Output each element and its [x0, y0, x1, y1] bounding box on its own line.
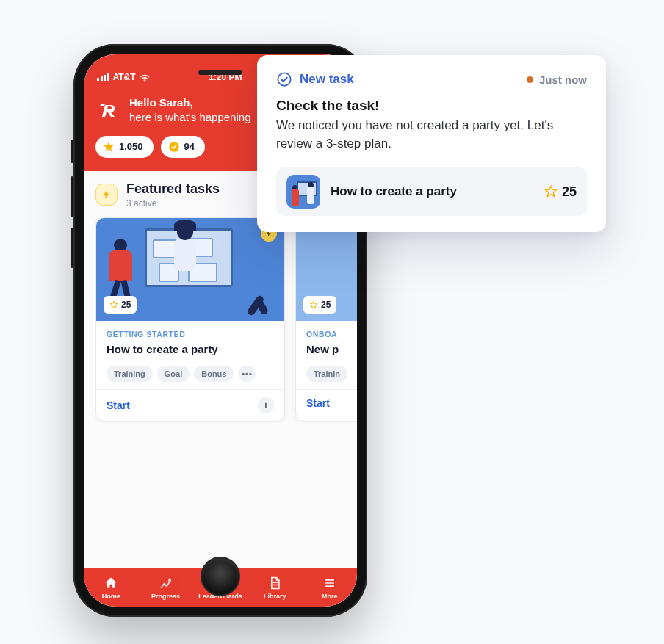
notification-item[interactable]: How to create a party 25 — [276, 167, 587, 216]
greeting-subline: here is what's happening — [129, 111, 250, 123]
notification-item-title: How to create a party — [331, 184, 534, 199]
card-eyebrow: GETTING STARTED — [107, 330, 274, 339]
check-circle-icon — [276, 71, 292, 87]
card-title: New p — [306, 343, 357, 355]
phone-speaker — [198, 70, 242, 75]
start-button[interactable]: Start — [107, 399, 130, 411]
tab-home[interactable]: Home — [84, 576, 138, 600]
star-icon — [309, 300, 318, 309]
stars-value: 1,050 — [119, 141, 143, 152]
card-eyebrow: ONBOA — [306, 330, 357, 339]
side-button — [71, 140, 73, 163]
document-icon — [267, 576, 282, 590]
check-badge-icon — [168, 141, 180, 153]
app-logo — [95, 98, 120, 123]
home-icon — [104, 576, 118, 590]
star-icon — [103, 141, 115, 153]
points-value: 25 — [121, 300, 131, 310]
phone-home-button[interactable] — [201, 557, 240, 596]
card-illustration: 25 — [296, 218, 357, 321]
volume-down-button — [71, 228, 73, 268]
points-chip: 25 — [104, 296, 137, 314]
star-icon — [109, 300, 118, 309]
notification-item-points-value: 25 — [562, 184, 577, 200]
greeting-suffix: , — [190, 96, 193, 109]
stars-stat-pill[interactable]: 1,050 — [95, 136, 154, 158]
notification-card[interactable]: New task Just now Check the task! We not… — [257, 55, 606, 232]
tab-label: Library — [264, 593, 286, 600]
greeting-name: Sarah — [159, 96, 190, 109]
tag-more[interactable]: ••• — [238, 366, 256, 382]
tag[interactable]: Trainin — [306, 366, 347, 382]
notification-body: We noticed you have not created a party … — [276, 117, 587, 153]
greeting-prefix: Hello — [129, 96, 159, 109]
tag[interactable]: Bonus — [194, 366, 234, 382]
volume-up-button — [71, 176, 73, 217]
tab-more[interactable]: More — [303, 576, 357, 600]
featured-title: Featured tasks — [126, 181, 220, 197]
featured-cards[interactable]: 25 GETTING STARTED How to create a party… — [95, 217, 357, 422]
tag[interactable]: Goal — [157, 366, 190, 382]
checks-value: 94 — [184, 141, 195, 152]
hero-greeting: Hello Sarah, here is what's happening — [129, 95, 250, 126]
chart-icon — [159, 576, 173, 590]
tag[interactable]: Training — [107, 366, 153, 382]
tab-library[interactable]: Library — [248, 576, 302, 600]
star-icon — [544, 185, 557, 198]
card-tags: Training Goal Bonus ••• — [107, 366, 274, 382]
tab-label: Home — [102, 593, 120, 600]
tab-label: Progress — [151, 593, 180, 600]
bolt-badge-icon — [95, 184, 118, 206]
points-chip: 25 — [303, 296, 336, 314]
task-card[interactable]: 25 GETTING STARTED How to create a party… — [95, 217, 285, 422]
status-dot-icon — [527, 76, 533, 83]
card-tags: Trainin — [306, 366, 357, 382]
notification-time: Just now — [539, 73, 587, 86]
notification-title: Check the task! — [276, 98, 587, 114]
notification-item-points: 25 — [544, 184, 577, 200]
task-card[interactable]: 25 ONBOA New p Trainin Start — [295, 217, 357, 422]
card-illustration: 25 — [96, 218, 284, 321]
checks-stat-pill[interactable]: 94 — [161, 136, 205, 158]
wifi-icon — [140, 73, 150, 82]
notification-badge: New task — [300, 72, 354, 87]
start-button[interactable]: Start — [306, 397, 330, 409]
featured-subtitle: 3 active — [126, 198, 220, 209]
carrier-label: AT&T — [113, 72, 136, 82]
status-left: AT&T — [97, 72, 150, 82]
info-button[interactable]: i — [258, 397, 274, 413]
notification-thumb — [286, 175, 320, 209]
tab-label: More — [322, 593, 338, 600]
tab-progress[interactable]: Progress — [138, 576, 192, 600]
signal-bars-icon — [97, 73, 109, 81]
menu-icon — [322, 576, 337, 590]
points-value: 25 — [321, 300, 331, 310]
card-title: How to create a party — [107, 343, 274, 355]
